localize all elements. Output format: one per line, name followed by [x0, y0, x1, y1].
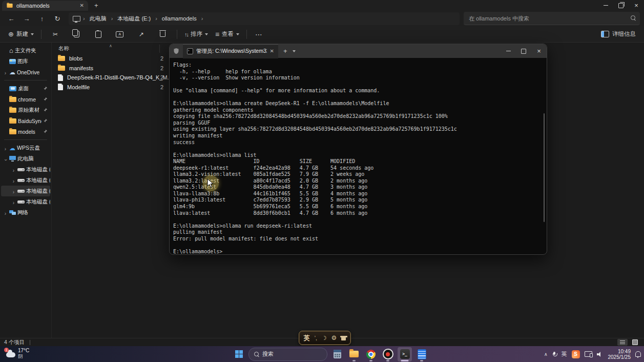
weather-condition: 阴	[18, 353, 29, 359]
chrome-icon[interactable]	[364, 347, 378, 361]
cast-icon[interactable]	[585, 351, 592, 357]
name-column-header[interactable]: 名称	[58, 45, 69, 52]
terminal-tab-dropdown-icon[interactable]	[293, 50, 296, 52]
sort-button[interactable]: 排序	[181, 28, 211, 41]
breadcrumb-item[interactable]: 此电脑	[88, 14, 109, 24]
terminal-content[interactable]: Flags: -h, --help help for ollama -v, --…	[170, 58, 547, 255]
details-view-icon	[620, 340, 625, 345]
sidebar-item[interactable]: 本地磁盘 (C:)	[1, 164, 50, 175]
notepad-icon[interactable]	[414, 347, 429, 361]
sidebar-item[interactable]: 图库	[1, 56, 50, 67]
chevron-icon[interactable]	[3, 154, 8, 164]
paste-icon	[95, 31, 101, 38]
file-date-clipped: 2	[160, 65, 163, 71]
toolbar-divider	[177, 30, 177, 39]
sidebar-item[interactable]: 本地磁盘 (E:)	[1, 186, 50, 196]
view-button[interactable]: 查看	[212, 28, 242, 41]
start-button[interactable]	[232, 347, 246, 361]
file-name: manifests	[69, 65, 93, 71]
breadcrumb-item[interactable]: 本地磁盘 (E:)	[115, 14, 153, 24]
sidebar-item[interactable]: 此电脑	[1, 153, 50, 164]
large-icons-view-button[interactable]	[630, 339, 640, 346]
taskbar-clock[interactable]: 10:49 2025/1/25	[608, 349, 631, 360]
terminal-maximize-button[interactable]	[516, 44, 531, 58]
chevron-icon[interactable]	[11, 197, 16, 207]
paste-icon[interactable]	[91, 28, 106, 41]
tab-close-icon[interactable]: ✕	[80, 3, 84, 8]
new-button[interactable]: 新建	[5, 28, 37, 41]
sidebar-item[interactable]: chrome	[1, 94, 50, 105]
gear-icon[interactable]	[331, 334, 337, 341]
breadcrumb: 此电脑 本地磁盘 (E:) ollamamodels	[69, 12, 460, 25]
sort-ascending-icon	[109, 44, 112, 48]
sidebar-item[interactable]: 网络	[1, 207, 50, 218]
sidebar-item[interactable]: 主文件夹	[1, 45, 50, 56]
details-pane-label: 详细信息	[612, 30, 636, 38]
sidebar-item[interactable]: OneDrive	[1, 67, 50, 77]
explorer-icon[interactable]	[347, 347, 361, 361]
sogou-icon[interactable]	[572, 350, 580, 358]
weather-widget[interactable]: 1 17°C 阴	[6, 348, 29, 359]
punct-icon[interactable]	[315, 335, 317, 341]
breadcrumb-item[interactable]: ollamamodels	[160, 14, 199, 23]
share-icon[interactable]	[134, 28, 149, 41]
search-input[interactable]	[464, 12, 640, 25]
notifications-bell-icon[interactable]	[635, 351, 641, 357]
explorer-tab[interactable]: ollamamodels ✕	[2, 1, 88, 11]
delete-icon[interactable]	[155, 28, 171, 41]
forward-button[interactable]: →	[19, 12, 34, 25]
chevron-icon[interactable]	[11, 176, 16, 185]
details-pane-button[interactable]: 详细信息	[598, 28, 639, 41]
chevron-icon[interactable]	[3, 144, 8, 153]
sidebar-item[interactable]: 本地磁盘 (D:)	[1, 175, 50, 186]
item-count: 4 个项目	[4, 339, 25, 346]
cut-icon[interactable]	[48, 28, 63, 41]
new-tab-button[interactable]: +	[94, 2, 98, 9]
rename-icon[interactable]	[112, 28, 128, 41]
chevron-up-icon[interactable]	[544, 352, 548, 357]
recorder-icon[interactable]	[381, 347, 395, 361]
minimize-button[interactable]	[598, 0, 613, 11]
refresh-button[interactable]: ↻	[50, 12, 65, 25]
folder-icon	[7, 4, 12, 8]
details-view-button[interactable]	[617, 339, 628, 346]
sidebar-item[interactable]: BaiduSyncdisk	[1, 115, 50, 126]
terminal-new-tab-button[interactable]: +	[283, 47, 287, 55]
sidebar-item[interactable]: WPS云盘	[1, 143, 50, 153]
terminal-scrollbar[interactable]	[544, 113, 545, 222]
sidebar-item[interactable]	[4, 139, 47, 140]
moon-icon[interactable]	[322, 335, 327, 341]
terminal-title-bar[interactable]: 管理员: C:\Windows\System32 ✕ + ×	[170, 44, 547, 58]
sidebar-item[interactable]: 本地磁盘 (F:)	[1, 196, 50, 207]
calculator-icon[interactable]	[330, 347, 344, 361]
sidebar-item[interactable]: 桌面	[1, 83, 50, 94]
sidebar-item[interactable]	[4, 80, 47, 81]
more-options-button[interactable]	[251, 28, 266, 41]
chevron-icon[interactable]	[11, 165, 16, 174]
close-button[interactable]: ×	[629, 0, 644, 11]
sidebar-item[interactable]: models	[1, 126, 50, 137]
chevron-icon[interactable]	[11, 187, 16, 196]
terminal-tab[interactable]: 管理员: C:\Windows\System32 ✕	[183, 44, 278, 58]
chevron-icon[interactable]	[3, 68, 8, 77]
terminal-icon[interactable]	[398, 347, 412, 361]
view-button-label: 查看	[222, 30, 234, 38]
sidebar-item-label: BaiduSyncdisk	[18, 118, 41, 124]
terminal-close-button[interactable]: ×	[531, 44, 547, 58]
file-date-clipped: 2	[160, 84, 163, 90]
up-button[interactable]: ↑	[35, 12, 49, 25]
taskbar-search[interactable]: 搜索	[248, 348, 327, 361]
terminal-tab-title: 管理员: C:\Windows\System32	[196, 48, 267, 55]
chevron-icon[interactable]	[3, 208, 8, 217]
mic-icon[interactable]	[552, 352, 557, 357]
copy-icon[interactable]	[69, 28, 85, 41]
column-divider[interactable]	[159, 45, 160, 53]
terminal-tab-close-icon[interactable]: ✕	[270, 49, 274, 54]
terminal-output[interactable]: Flags: -h, --help help for ollama -v, --…	[170, 58, 547, 255]
skin-icon[interactable]	[341, 337, 346, 340]
speaker-icon[interactable]	[597, 352, 604, 357]
restore-button[interactable]	[613, 0, 629, 11]
sidebar-item[interactable]: 原始素材	[1, 105, 50, 115]
terminal-minimize-button[interactable]	[501, 44, 516, 58]
back-button[interactable]: ←	[4, 12, 18, 25]
